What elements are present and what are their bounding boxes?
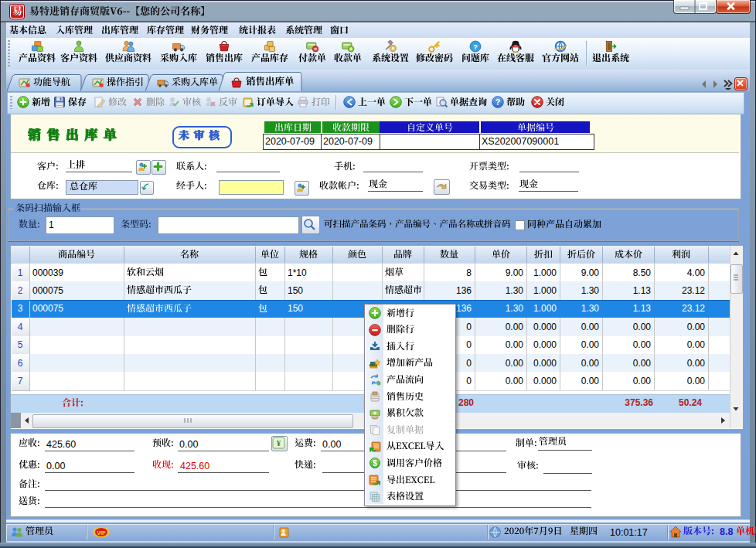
svg-text:?: ? [495,97,500,107]
svg-text:?: ? [473,43,478,51]
svg-text:¥: ¥ [277,438,281,448]
svg-text:$: $ [373,459,377,468]
svg-text:VIP: VIP [97,530,106,536]
